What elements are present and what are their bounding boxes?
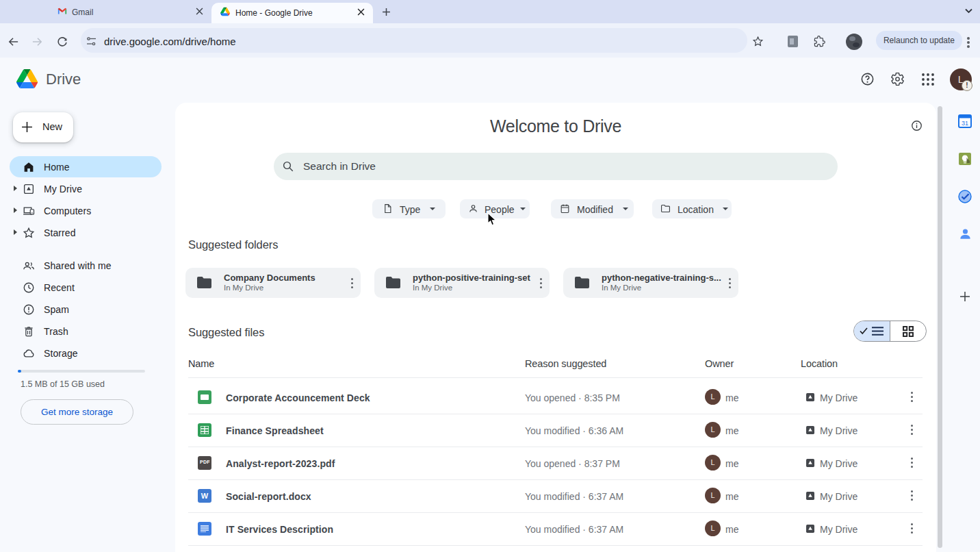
svg-text:31: 31 [962,120,968,127]
